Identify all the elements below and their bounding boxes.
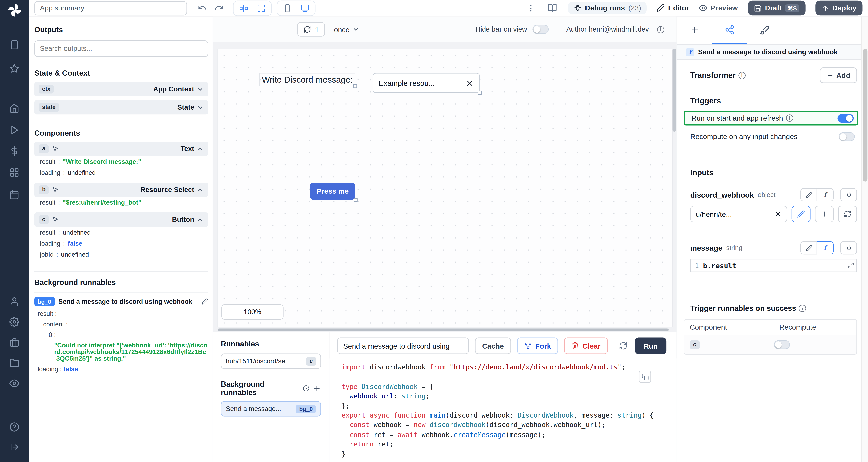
deploy-button[interactable]: Deploy [815,1,862,15]
edit-resource-pencil-button[interactable] [792,206,810,223]
recompute-toggle[interactable] [839,132,855,141]
clear-x-icon[interactable] [466,79,474,87]
runnable-title-input[interactable] [337,337,469,354]
audit-eye-icon[interactable] [0,378,29,388]
run-button[interactable]: Run [635,337,666,354]
prop-value: "$res:u/henri/testing_bot" [63,199,141,206]
runnable-item[interactable]: hub/1511/discord/se... c [221,354,321,369]
resize-handle[interactable] [478,91,482,95]
ctx-row[interactable]: ctx App Context [34,82,208,96]
apps-icon[interactable] [0,40,29,50]
prop-value: false [68,240,82,247]
redo-icon[interactable] [213,2,225,14]
cache-button[interactable]: Cache [475,337,511,354]
resource-select-component[interactable]: Example resou... [373,73,480,93]
canvas-vertical-scrollbar[interactable] [673,48,676,132]
page-scrollbar[interactable] [861,16,868,462]
windmill-logo[interactable] [0,3,29,17]
undo-icon[interactable] [196,2,208,14]
left-rail [0,0,29,462]
runs-icon[interactable] [0,125,29,135]
message-expression-editor[interactable]: 1 b.result [690,259,857,272]
canvas-horizontal-scrollbar[interactable] [218,329,669,331]
search-outputs-input[interactable] [34,40,208,57]
component-c-row[interactable]: c Button [34,212,208,227]
clear-button[interactable]: Clear [564,337,608,354]
settings-gear-icon[interactable] [0,317,29,327]
add-transformer-button[interactable]: Add [820,67,857,83]
hide-bar-toggle[interactable] [533,25,549,34]
refresh-count-button[interactable]: 1 [297,22,325,37]
clear-label: Clear [583,341,600,350]
chevron-down-icon[interactable] [196,86,204,93]
state-row[interactable]: state State [34,100,208,114]
copy-code-icon[interactable] [639,371,651,383]
background-runnable-row[interactable]: bg_0 Send a message to discord using web… [34,293,208,308]
connect-plug-icon[interactable] [840,188,857,201]
chevron-down-icon[interactable] [196,104,204,111]
pointer-icon [52,145,59,152]
docs-book-icon[interactable] [546,2,558,14]
refresh-code-icon[interactable] [618,337,629,354]
resize-handle[interactable] [353,84,357,88]
component-settings-tab[interactable] [712,16,747,44]
connect-plug-icon[interactable] [840,241,857,254]
preview-tab[interactable]: Preview [699,4,738,12]
zoom-out-button[interactable] [222,305,240,319]
refresh-mode-dropdown[interactable]: once [334,25,360,33]
add-bg-runnable-button[interactable] [313,384,321,392]
bg-runnable-item[interactable]: Send a message... bg_0 [221,401,321,417]
favorites-star-icon[interactable] [0,64,29,74]
component-a-row[interactable]: a Text [34,141,208,156]
folders-icon[interactable] [0,358,29,368]
resource-picker[interactable]: u/henri/te... [690,206,787,223]
fork-button[interactable]: Fork [517,337,558,354]
add-resource-button[interactable] [815,206,834,223]
workers-briefcase-icon[interactable] [0,337,29,348]
resources-icon[interactable] [0,168,29,178]
fullscreen-icon[interactable] [256,2,267,13]
button-component[interactable]: Press me [310,183,355,200]
mobile-view-icon[interactable] [282,2,293,13]
home-icon[interactable] [0,103,29,113]
code-editor[interactable]: import discordwebhook from "https://deno… [329,358,676,462]
clear-x-icon[interactable] [774,210,782,218]
expand-icon[interactable] [847,262,854,269]
chevron-up-icon[interactable] [196,145,204,153]
insert-component-tab[interactable] [677,16,712,44]
desktop-view-icon[interactable] [300,2,311,13]
editor-tab[interactable]: Editor [657,4,689,12]
static-input-pencil-icon[interactable] [801,241,817,254]
variables-icon[interactable] [0,146,29,156]
run-on-start-toggle[interactable] [837,113,854,123]
help-icon[interactable] [0,422,29,432]
chevron-up-icon[interactable] [196,186,204,193]
debug-runs-button[interactable]: Debug runs (23) [568,2,647,14]
app-summary-input[interactable] [34,1,187,15]
scrollbar-thumb[interactable] [863,48,867,181]
more-menu-icon[interactable] [525,2,536,13]
refresh-mode-value: once [334,25,350,33]
info-icon: i [738,72,745,79]
expression-input-icon[interactable]: f [817,188,834,201]
text-component[interactable]: Write Discord message: [259,73,355,86]
draft-button[interactable]: Draft ⌘S [748,1,805,15]
user-icon[interactable] [0,297,29,306]
chevron-up-icon[interactable] [196,216,204,223]
align-components-icon[interactable] [238,2,249,13]
recompute-c-toggle[interactable] [774,340,790,349]
expression-input-icon[interactable]: f [817,241,834,254]
component-b-row[interactable]: b Resource Select [34,183,208,197]
schedules-calendar-icon[interactable] [0,190,29,200]
refresh-resource-button[interactable] [838,206,857,223]
app-canvas[interactable]: Write Discord message: Example resou... … [218,48,673,328]
style-tab[interactable] [747,16,782,44]
ctx-label: App Context [153,85,194,93]
collapse-sidebar-icon[interactable] [0,442,29,452]
edit-pencil-icon[interactable] [202,298,208,305]
bg0-badge: bg_0 [34,297,55,306]
trigger-success-label: Trigger runnables on success [690,304,796,312]
zoom-in-button[interactable] [265,305,283,319]
resize-handle[interactable] [354,198,358,202]
static-input-pencil-icon[interactable] [801,188,817,201]
